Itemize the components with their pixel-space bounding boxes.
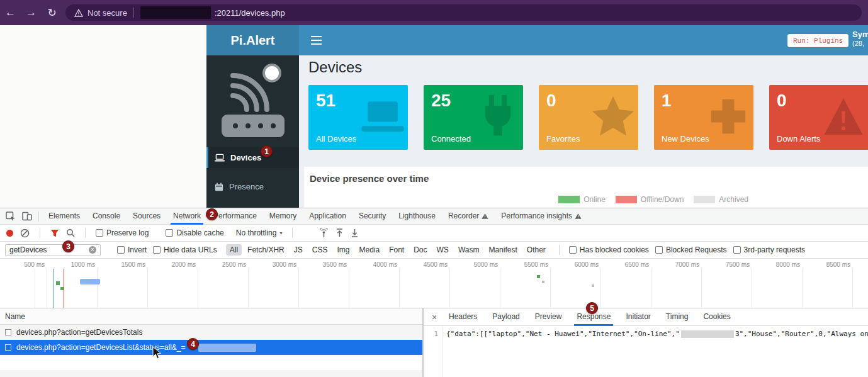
search-icon[interactable] (66, 228, 75, 237)
tab-performance-insights[interactable]: Performance insights (495, 208, 588, 225)
stat-card-all-devices[interactable]: 51 All Devices (308, 85, 408, 150)
filter-chip-img[interactable]: Img (333, 244, 353, 256)
tab-sources[interactable]: Sources (127, 208, 167, 225)
filter-chip-ws[interactable]: WS (433, 244, 453, 256)
export-har-icon[interactable] (351, 228, 359, 237)
timeline-tick-label: 6500 ms (610, 261, 649, 268)
third-party-requests-checkbox[interactable]: 3rd-party requests (733, 245, 805, 254)
tab-network[interactable]: Network (167, 208, 207, 225)
address-bar[interactable]: Not secure :20211/devices.php (65, 4, 862, 21)
network-overview-timeline[interactable]: 500 ms 1000 ms 1500 ms 2000 ms 2500 ms 3… (0, 259, 868, 308)
filter-chip-css[interactable]: CSS (308, 244, 332, 256)
clear-icon[interactable] (20, 228, 30, 238)
reload-icon[interactable]: ↻ (42, 6, 62, 20)
timeline-tick-label: 7500 ms (711, 261, 750, 268)
checkbox-icon (96, 229, 103, 237)
sidebar-item-presence[interactable]: Presence (206, 176, 299, 197)
pialert-logo-image (214, 59, 292, 147)
checkbox-icon (655, 246, 663, 254)
tab-headers[interactable]: Headers (441, 308, 485, 326)
tab-recorder[interactable]: Recorder (442, 208, 495, 225)
filter-chip-manifest[interactable]: Manifest (485, 244, 521, 256)
activity-mark (60, 287, 64, 290)
device-toolbar-icon[interactable] (19, 211, 35, 221)
tab-elements[interactable]: Elements (42, 208, 86, 225)
forward-icon[interactable]: → (21, 6, 42, 19)
inspect-element-icon[interactable] (3, 211, 19, 222)
screenshot-root: ← → ↻ Not secure :20211/devices.php Pi.A… (0, 0, 868, 377)
preserve-log-checkbox[interactable]: Preserve log (96, 228, 149, 237)
filter-chip-doc[interactable]: Doc (410, 244, 431, 256)
network-conditions-icon[interactable] (319, 228, 329, 238)
stat-card-favorites[interactable]: 0 Favorites (539, 85, 638, 150)
tab-timing[interactable]: Timing (658, 308, 696, 326)
filter-chip-other[interactable]: Other (523, 244, 550, 256)
tab-application[interactable]: Application (303, 208, 352, 225)
timeline-tick-label: 1500 ms (106, 261, 145, 268)
tab-security[interactable]: Security (352, 208, 392, 225)
stat-card-down-alerts[interactable]: 0 Down Alerts (769, 85, 868, 150)
timeline-tick-label: 2000 ms (157, 261, 196, 268)
tab-memory[interactable]: Memory (263, 208, 303, 225)
stat-label: All Devices (316, 134, 356, 143)
checkbox-label: Has blocked cookies (580, 245, 649, 254)
devtools: Elements Console Sources Network Perform… (0, 208, 868, 377)
page-background (0, 25, 206, 208)
plus-icon (707, 95, 750, 138)
app-logo[interactable]: Pi.Alert (206, 25, 299, 55)
divider (38, 211, 39, 222)
disable-cache-checkbox[interactable]: Disable cache (166, 228, 223, 237)
import-har-icon[interactable] (335, 228, 344, 237)
timeline-tick-label: 3500 ms (308, 261, 347, 268)
tab-preview[interactable]: Preview (527, 308, 570, 326)
resource-icon (5, 344, 11, 351)
timeline-tick-label: 8000 ms (761, 261, 800, 268)
timeline-tick-label: 4000 ms (358, 261, 397, 268)
filter-chip-wasm[interactable]: Wasm (454, 244, 483, 256)
panel-title: Device presence over time (310, 173, 868, 184)
request-row-selected[interactable]: devices.php?action=getDevicesList&status… (0, 340, 422, 355)
plug-icon (476, 95, 519, 138)
timeline-tick-label: 500 ms (6, 261, 45, 268)
timeline-tick-label: 4500 ms (409, 261, 448, 268)
sidebar-item-devices[interactable]: Devices (206, 147, 299, 168)
stat-card-new-devices[interactable]: 1 New Devices (654, 85, 753, 150)
tab-lighthouse[interactable]: Lighthouse (392, 208, 442, 225)
blocked-requests-checkbox[interactable]: Blocked Requests (655, 245, 727, 254)
network-toolbar: Preserve log Disable cache No throttling… (0, 225, 868, 242)
filter-chip-js[interactable]: JS (290, 244, 307, 256)
calendar-icon (215, 183, 223, 191)
menu-icon[interactable] (311, 36, 322, 45)
activity-mark (542, 281, 544, 283)
request-row[interactable]: devices.php?action=getDevicesTotals (0, 325, 422, 340)
annotation-badge-3: 3 (62, 240, 74, 252)
run-plugins-button[interactable]: Run: Plugins (787, 34, 848, 47)
filter-chip-fetch-xhr[interactable]: Fetch/XHR (244, 244, 288, 256)
filter-chip-all[interactable]: All (226, 244, 242, 256)
tab-payload[interactable]: Payload (485, 308, 527, 326)
has-blocked-cookies-checkbox[interactable]: Has blocked cookies (569, 245, 649, 254)
stat-card-connected[interactable]: 25 Connected (424, 85, 523, 150)
tab-console[interactable]: Console (86, 208, 127, 225)
account-info[interactable]: Sym (28, (852, 30, 868, 48)
column-header-name[interactable]: Name (0, 308, 422, 325)
back-icon[interactable]: ← (0, 6, 21, 19)
clear-filter-icon[interactable]: × (89, 246, 96, 254)
hide-data-urls-checkbox[interactable]: Hide data URLs (153, 245, 217, 254)
tab-initiator[interactable]: Initiator (618, 308, 658, 326)
record-icon[interactable] (6, 230, 13, 237)
checkbox-icon (153, 246, 161, 254)
response-content[interactable]: {"data":[["laptop","Net - Huawei","Inter… (442, 326, 868, 377)
request-type-filters: All Fetch/XHR JS CSS Img Media Font Doc … (226, 244, 550, 256)
filter-chip-media[interactable]: Media (355, 244, 383, 256)
timeline-tick-label: 5500 ms (509, 261, 548, 268)
throttling-select[interactable]: No throttling▾ (236, 228, 283, 237)
invert-checkbox[interactable]: Invert (117, 245, 147, 254)
close-icon[interactable]: × (427, 312, 441, 322)
browser-toolbar: ← → ↻ Not secure :20211/devices.php (0, 0, 868, 25)
filter-chip-font[interactable]: Font (385, 244, 408, 256)
sidebar: Devices Presence (206, 55, 299, 208)
resource-icon (5, 329, 11, 335)
tab-cookies[interactable]: Cookies (696, 308, 738, 326)
filter-icon[interactable] (50, 229, 59, 237)
